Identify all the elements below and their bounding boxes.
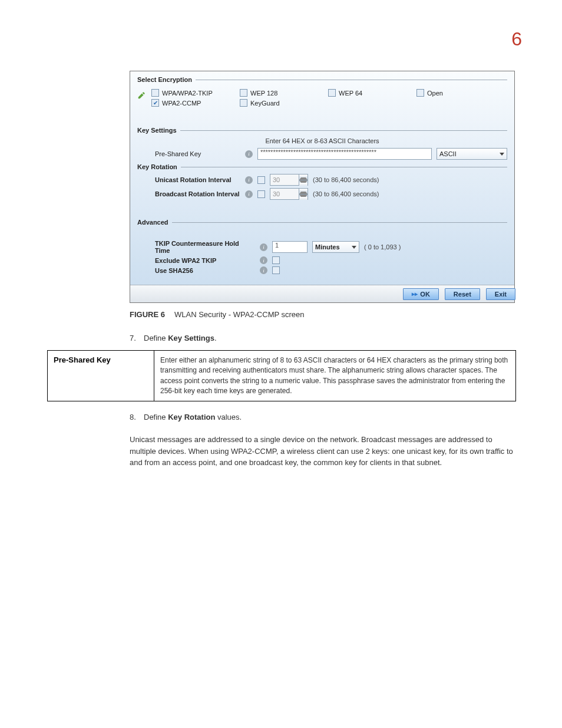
tkip-label: TKIP Countermeasure Hold Time bbox=[137, 240, 255, 254]
config-panel: Select Encryption WPA/WPA2-TKIP WPA2-CCM… bbox=[130, 71, 514, 285]
advanced-group: Advanced TKIP Countermeasure Hold Time 1… bbox=[137, 219, 507, 274]
info-icon[interactable] bbox=[260, 256, 267, 264]
enc-keyguard[interactable]: KeyGuard bbox=[240, 99, 322, 107]
ok-button[interactable]: ▸▸OK bbox=[403, 288, 439, 300]
select-encryption-legend: Select Encryption bbox=[137, 76, 507, 83]
enc-open[interactable]: Open bbox=[416, 89, 499, 97]
info-icon[interactable] bbox=[245, 150, 253, 158]
psk-input[interactable]: ****************************************… bbox=[257, 148, 432, 160]
table-cell: Enter either an alphanumeric string of 8… bbox=[154, 351, 515, 401]
step-7: 7.Define Key Settings. bbox=[130, 333, 516, 344]
unicast-interval-spinner[interactable]: 30 bbox=[270, 174, 308, 186]
page-number: 6 bbox=[511, 28, 522, 50]
spinner-down-icon[interactable] bbox=[299, 194, 308, 199]
exit-button[interactable]: Exit bbox=[486, 288, 515, 300]
wlan-security-screenshot: Select Encryption WPA/WPA2-TKIP WPA2-CCM… bbox=[130, 71, 515, 303]
key-settings-legend: Key Settings bbox=[137, 127, 507, 134]
key-settings-group: Key Settings Enter 64 HEX or 8-63 ASCII … bbox=[137, 127, 507, 160]
spinner-up-icon[interactable] bbox=[299, 189, 308, 194]
broadcast-enable-checkbox[interactable] bbox=[257, 190, 265, 198]
unicast-hint: (30 to 86,400 seconds) bbox=[313, 176, 379, 183]
tkip-value-input[interactable]: 1 bbox=[272, 241, 308, 253]
key-rotation-legend: Key Rotation bbox=[137, 163, 507, 170]
psk-label: Pre-Shared Key bbox=[137, 150, 240, 157]
page-content: Select Encryption WPA/WPA2-TKIP WPA2-CCM… bbox=[47, 71, 516, 469]
tkip-unit-select[interactable]: Minutes bbox=[312, 241, 359, 253]
table-header: Pre-Shared Key bbox=[48, 351, 154, 401]
info-icon[interactable] bbox=[245, 176, 253, 184]
select-encryption-group: Select Encryption WPA/WPA2-TKIP WPA2-CCM… bbox=[137, 76, 507, 108]
psk-description-table: Pre-Shared Key Enter either an alphanume… bbox=[47, 350, 516, 402]
use-sha256-label: Use SHA256 bbox=[137, 267, 255, 274]
unicast-label: Unicast Rotation Interval bbox=[137, 176, 240, 183]
broadcast-label: Broadcast Rotation Interval bbox=[137, 190, 240, 197]
unicast-enable-checkbox[interactable] bbox=[257, 176, 265, 184]
exclude-wpa2-tkip-label: Exclude WPA2 TKIP bbox=[137, 257, 255, 264]
tkip-hint: ( 0 to 1,093 ) bbox=[364, 243, 401, 251]
chevron-down-icon bbox=[500, 153, 504, 156]
enc-wep128[interactable]: WEP 128 bbox=[240, 89, 322, 97]
exclude-wpa2-tkip-checkbox[interactable] bbox=[272, 256, 280, 264]
spinner-down-icon[interactable] bbox=[299, 180, 308, 185]
advanced-legend: Advanced bbox=[137, 219, 507, 226]
enc-wpa-wpa2-tkip[interactable]: WPA/WPA2-TKIP bbox=[151, 89, 234, 97]
enc-wep64[interactable]: WEP 64 bbox=[328, 89, 411, 97]
explanatory-paragraph: Unicast messages are addressed to a sing… bbox=[130, 434, 516, 469]
key-settings-hint: Enter 64 HEX or 8-63 ASCII Characters bbox=[137, 137, 507, 144]
info-icon[interactable] bbox=[260, 243, 267, 251]
info-icon[interactable] bbox=[260, 266, 267, 274]
button-bar: ▸▸OK Reset Exit bbox=[130, 285, 514, 302]
edit-icon[interactable] bbox=[137, 91, 146, 100]
chevron-down-icon bbox=[352, 246, 356, 249]
reset-button[interactable]: Reset bbox=[445, 288, 480, 300]
key-rotation-group: Key Rotation Unicast Rotation Interval 3… bbox=[137, 163, 507, 200]
broadcast-interval-spinner[interactable]: 30 bbox=[270, 188, 308, 200]
enc-wpa2-ccmp[interactable]: WPA2-CCMP bbox=[151, 99, 234, 107]
step-8: 8.Define Key Rotation values. bbox=[130, 412, 516, 423]
broadcast-hint: (30 to 86,400 seconds) bbox=[313, 190, 379, 197]
psk-format-select[interactable]: ASCII bbox=[437, 148, 507, 160]
figure-caption: FIGURE 6WLAN Security - WPA2-CCMP screen bbox=[130, 310, 516, 319]
spinner-up-icon[interactable] bbox=[299, 174, 308, 180]
use-sha256-checkbox[interactable] bbox=[272, 266, 280, 274]
info-icon[interactable] bbox=[245, 190, 253, 198]
forward-icon: ▸▸ bbox=[412, 291, 418, 297]
